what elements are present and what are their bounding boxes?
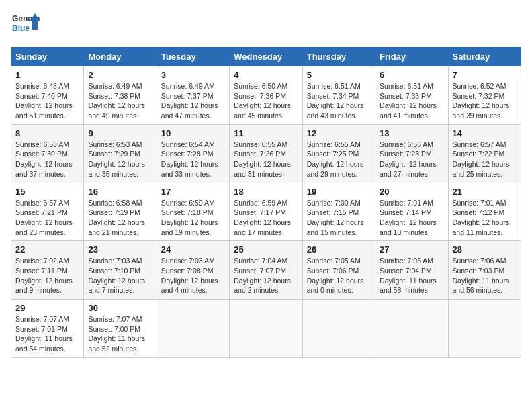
day-info: Sunrise: 6:57 AMSunset: 7:21 PMDaylight:…	[15, 198, 79, 238]
day-info: Sunrise: 6:53 AMSunset: 7:29 PMDaylight:…	[88, 140, 152, 179]
day-info: Sunrise: 6:49 AMSunset: 7:37 PMDaylight:…	[161, 81, 225, 121]
day-info: Sunrise: 6:51 AMSunset: 7:33 PMDaylight:…	[380, 81, 443, 121]
day-number: 23	[88, 244, 152, 255]
calendar-cell: 23Sunrise: 7:03 AMSunset: 7:10 PMDayligh…	[84, 241, 157, 300]
day-info: Sunrise: 7:03 AMSunset: 7:08 PMDaylight:…	[161, 256, 225, 295]
calendar-cell: 29Sunrise: 7:07 AMSunset: 7:01 PMDayligh…	[11, 300, 84, 358]
day-number: 22	[15, 244, 79, 255]
calendar-cell: 15Sunrise: 6:57 AMSunset: 7:21 PMDayligh…	[11, 183, 84, 241]
weekday-header-thursday: Thursday	[302, 48, 375, 66]
calendar-cell: 18Sunrise: 6:59 AMSunset: 7:17 PMDayligh…	[230, 183, 302, 241]
day-number: 14	[453, 128, 517, 138]
day-info: Sunrise: 6:56 AMSunset: 7:23 PMDaylight:…	[380, 140, 443, 179]
calendar-cell: 16Sunrise: 6:58 AMSunset: 7:19 PMDayligh…	[84, 183, 157, 241]
day-number: 19	[307, 187, 371, 197]
day-number: 25	[234, 244, 298, 255]
day-number: 18	[234, 187, 298, 197]
day-number: 5	[307, 70, 371, 80]
day-info: Sunrise: 6:53 AMSunset: 7:30 PMDaylight:…	[15, 140, 79, 179]
day-info: Sunrise: 7:04 AMSunset: 7:07 PMDaylight:…	[234, 256, 298, 295]
day-info: Sunrise: 7:07 AMSunset: 7:00 PMDaylight:…	[88, 314, 152, 354]
calendar-cell: 21Sunrise: 7:01 AMSunset: 7:12 PMDayligh…	[448, 183, 521, 241]
calendar-cell: 13Sunrise: 6:56 AMSunset: 7:23 PMDayligh…	[375, 124, 448, 183]
day-info: Sunrise: 7:07 AMSunset: 7:01 PMDaylight:…	[15, 314, 79, 354]
calendar-week-4: 22Sunrise: 7:02 AMSunset: 7:11 PMDayligh…	[11, 241, 521, 300]
day-info: Sunrise: 7:03 AMSunset: 7:10 PMDaylight:…	[88, 256, 152, 295]
calendar-cell: 7Sunrise: 6:52 AMSunset: 7:32 PMDaylight…	[448, 66, 521, 125]
day-number: 13	[380, 128, 443, 138]
weekday-header-wednesday: Wednesday	[230, 48, 302, 66]
day-number: 28	[453, 244, 517, 255]
calendar-cell	[230, 300, 302, 358]
calendar-cell: 30Sunrise: 7:07 AMSunset: 7:00 PMDayligh…	[84, 300, 157, 358]
weekday-header-sunday: Sunday	[11, 48, 84, 66]
day-info: Sunrise: 6:48 AMSunset: 7:40 PMDaylight:…	[15, 81, 79, 121]
day-info: Sunrise: 7:00 AMSunset: 7:15 PMDaylight:…	[307, 198, 371, 238]
day-info: Sunrise: 6:54 AMSunset: 7:28 PMDaylight:…	[161, 140, 225, 179]
calendar-cell	[375, 300, 448, 358]
calendar-cell	[157, 300, 229, 358]
day-number: 16	[88, 187, 152, 197]
calendar-cell: 4Sunrise: 6:50 AMSunset: 7:36 PMDaylight…	[230, 66, 302, 125]
day-info: Sunrise: 6:55 AMSunset: 7:26 PMDaylight:…	[234, 140, 298, 179]
day-number: 27	[380, 244, 443, 255]
calendar-cell: 24Sunrise: 7:03 AMSunset: 7:08 PMDayligh…	[157, 241, 229, 300]
calendar-cell: 2Sunrise: 6:49 AMSunset: 7:38 PMDaylight…	[84, 66, 157, 125]
day-number: 30	[88, 303, 152, 313]
day-info: Sunrise: 6:50 AMSunset: 7:36 PMDaylight:…	[234, 81, 298, 121]
calendar-cell: 5Sunrise: 6:51 AMSunset: 7:34 PMDaylight…	[302, 66, 375, 125]
day-number: 26	[307, 244, 371, 255]
day-number: 15	[15, 187, 79, 197]
weekday-header-saturday: Saturday	[448, 48, 521, 66]
calendar-cell: 12Sunrise: 6:55 AMSunset: 7:25 PMDayligh…	[302, 124, 375, 183]
calendar-cell: 20Sunrise: 7:01 AMSunset: 7:14 PMDayligh…	[375, 183, 448, 241]
calendar-cell: 27Sunrise: 7:05 AMSunset: 7:04 PMDayligh…	[375, 241, 448, 300]
day-number: 12	[307, 128, 371, 138]
day-info: Sunrise: 6:57 AMSunset: 7:22 PMDaylight:…	[453, 140, 517, 179]
calendar-cell	[448, 300, 521, 358]
day-number: 11	[234, 128, 298, 138]
day-info: Sunrise: 6:59 AMSunset: 7:17 PMDaylight:…	[234, 198, 298, 238]
calendar-cell: 9Sunrise: 6:53 AMSunset: 7:29 PMDaylight…	[84, 124, 157, 183]
day-number: 7	[453, 70, 517, 80]
calendar-cell: 14Sunrise: 6:57 AMSunset: 7:22 PMDayligh…	[448, 124, 521, 183]
day-info: Sunrise: 7:01 AMSunset: 7:12 PMDaylight:…	[453, 198, 517, 238]
calendar-week-5: 29Sunrise: 7:07 AMSunset: 7:01 PMDayligh…	[11, 300, 521, 358]
calendar-cell: 3Sunrise: 6:49 AMSunset: 7:37 PMDaylight…	[157, 66, 229, 125]
day-info: Sunrise: 6:58 AMSunset: 7:19 PMDaylight:…	[88, 198, 152, 238]
day-info: Sunrise: 7:06 AMSunset: 7:03 PMDaylight:…	[453, 256, 517, 295]
calendar-cell: 10Sunrise: 6:54 AMSunset: 7:28 PMDayligh…	[157, 124, 229, 183]
day-number: 1	[15, 70, 79, 80]
calendar-cell: 22Sunrise: 7:02 AMSunset: 7:11 PMDayligh…	[11, 241, 84, 300]
day-info: Sunrise: 7:02 AMSunset: 7:11 PMDaylight:…	[15, 256, 79, 295]
day-number: 21	[453, 187, 517, 197]
day-number: 17	[161, 187, 225, 197]
logo: General Blue	[11, 11, 40, 40]
day-number: 8	[15, 128, 79, 138]
page-header: General Blue	[11, 11, 521, 40]
calendar-table: SundayMondayTuesdayWednesdayThursdayFrid…	[11, 47, 521, 358]
calendar-header-row: SundayMondayTuesdayWednesdayThursdayFrid…	[11, 48, 521, 66]
day-info: Sunrise: 6:52 AMSunset: 7:32 PMDaylight:…	[453, 81, 517, 121]
day-number: 2	[88, 70, 152, 80]
day-info: Sunrise: 6:55 AMSunset: 7:25 PMDaylight:…	[307, 140, 371, 179]
day-number: 3	[161, 70, 225, 80]
day-number: 6	[380, 70, 443, 80]
day-info: Sunrise: 7:05 AMSunset: 7:06 PMDaylight:…	[307, 256, 371, 295]
calendar-week-3: 15Sunrise: 6:57 AMSunset: 7:21 PMDayligh…	[11, 183, 521, 241]
weekday-header-friday: Friday	[375, 48, 448, 66]
day-number: 29	[15, 303, 79, 313]
svg-text:Blue: Blue	[12, 24, 30, 33]
logo-icon: General Blue	[11, 11, 40, 40]
day-info: Sunrise: 6:59 AMSunset: 7:18 PMDaylight:…	[161, 198, 225, 238]
calendar-cell	[302, 300, 375, 358]
day-info: Sunrise: 6:49 AMSunset: 7:38 PMDaylight:…	[88, 81, 152, 121]
day-number: 9	[88, 128, 152, 138]
calendar-cell: 6Sunrise: 6:51 AMSunset: 7:33 PMDaylight…	[375, 66, 448, 125]
day-number: 10	[161, 128, 225, 138]
day-info: Sunrise: 7:05 AMSunset: 7:04 PMDaylight:…	[380, 256, 443, 295]
calendar-cell: 26Sunrise: 7:05 AMSunset: 7:06 PMDayligh…	[302, 241, 375, 300]
day-number: 4	[234, 70, 298, 80]
calendar-cell: 19Sunrise: 7:00 AMSunset: 7:15 PMDayligh…	[302, 183, 375, 241]
day-number: 20	[380, 187, 443, 197]
